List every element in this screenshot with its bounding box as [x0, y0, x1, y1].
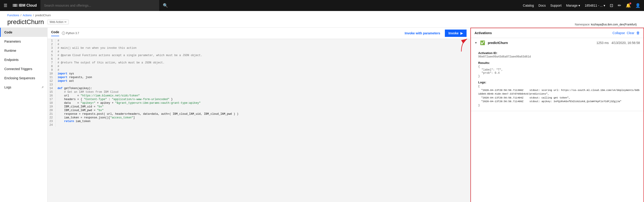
code-line: 12 import ast: [48, 79, 470, 83]
web-action-label: Web Action: [50, 20, 63, 24]
code-line: 14 def getToken(apikey):: [48, 86, 470, 90]
activation-row: ▼ ✅ predictChurn 1253 ms 4/13/2020, 16:5…: [471, 38, 644, 48]
results-value: { "label": "T", "prob": 0.4 }: [478, 65, 640, 78]
code-line: 20 IBM_cloud_IAM_pwd = "bx": [48, 109, 470, 112]
code-runtime-info: i Python 3.7: [62, 32, 79, 35]
screen-icon[interactable]: ⊡: [610, 3, 613, 8]
code-line: 4 #: [48, 50, 470, 54]
topnav: ☰ IBM Cloud 🔍 Catalog Docs Support Manag…: [0, 0, 644, 11]
ibm-icon: [13, 3, 17, 8]
svg-rect-3: [14, 4, 14, 7]
activation-item: ▼ ✅ predictChurn 1253 ms 4/13/2020, 16:5…: [471, 38, 644, 111]
sidebar-item-endpoints[interactable]: Endpoints: [0, 55, 47, 64]
sidebar-item-logs[interactable]: Logs ↗: [0, 83, 47, 92]
breadcrumb-functions[interactable]: Functions: [7, 14, 19, 17]
sidebar-item-enclosing-sequences-label: Enclosing Sequences: [4, 76, 35, 80]
invoke-with-params-button[interactable]: Invoke with parameters: [402, 30, 443, 37]
results-label: Results:: [478, 61, 640, 65]
activations-panel: Activations Collapse Clear 🗑 ▼ ✅ predict…: [470, 28, 644, 202]
catalog-link[interactable]: Catalog: [523, 4, 534, 7]
sidebar-item-runtime-label: Runtime: [4, 49, 16, 52]
code-line: 7 # @return The output of this action, w…: [48, 61, 470, 65]
manage-label: Manage: [566, 4, 578, 7]
activations-header: Activations Collapse Clear 🗑: [471, 28, 644, 38]
sidebar-item-parameters[interactable]: Parameters: [0, 37, 47, 46]
sidebar-item-runtime[interactable]: Runtime: [0, 46, 47, 55]
activation-expand-icon[interactable]: ▼: [474, 41, 477, 44]
code-line: 5 # @param Cloud Functions actions accep…: [48, 54, 470, 57]
sidebar-item-parameters-label: Parameters: [4, 40, 21, 43]
code-line: 9 #: [48, 68, 470, 72]
page-title-row: predictChurn Web Action ✏: [7, 18, 69, 26]
code-line: 8 #: [48, 65, 470, 68]
code-line: 10 import sys: [48, 72, 470, 76]
clear-button[interactable]: Clear: [627, 31, 634, 35]
support-link[interactable]: Support: [550, 4, 562, 7]
breadcrumb-sep-2: /: [33, 14, 34, 17]
code-line: 22 iam_token = response.json()["access_t…: [48, 116, 470, 120]
namespace-label: Namespace:: [575, 23, 590, 26]
code-line: 15 # Get an IAM token from IBM Cloud: [48, 90, 470, 94]
search-input[interactable]: [40, 0, 159, 11]
hamburger-icon[interactable]: ☰: [4, 3, 7, 8]
code-line: 6 #: [48, 57, 470, 61]
user-icon[interactable]: 👤: [635, 3, 640, 8]
invoke-label: Invoke: [448, 31, 458, 35]
svg-rect-1: [13, 5, 17, 6]
code-line: 19 IBM_cloud_IAM_uid = "bx": [48, 105, 470, 109]
activation-id-value: 96e072aee99a43d6a072aee99a63d61d: [478, 55, 640, 58]
info-icon: i: [62, 32, 65, 35]
notification-icon[interactable]: 🔔: [626, 3, 631, 8]
code-line: 23 return iam_token: [48, 120, 470, 123]
code-tab[interactable]: Code: [51, 30, 59, 36]
invoke-play-icon: ▶: [460, 31, 463, 35]
manage-link[interactable]: Manage ▾: [566, 4, 580, 7]
sidebar-item-code[interactable]: Code: [0, 28, 47, 37]
code-line: 18 data = "apikey=" + apikey + "&grant_t…: [48, 101, 470, 105]
code-line: 1 #: [48, 39, 470, 43]
web-action-icon: ✏: [64, 20, 67, 24]
sidebar-item-enclosing-sequences[interactable]: Enclosing Sequences: [0, 73, 47, 83]
main-content: Code i Python 3.7 Invoke with parameters…: [48, 28, 644, 202]
docs-link[interactable]: Docs: [538, 4, 546, 7]
code-editor[interactable]: 1 # 2 # 3 # main() will be run when you …: [48, 39, 470, 202]
code-line: 21 response = requests.post( url, header…: [48, 112, 470, 116]
code-line: 2 #: [48, 43, 470, 46]
activation-timestamp: 4/13/2020, 16:56:58: [611, 41, 640, 45]
main-layout: Code Parameters Runtime Endpoints Connec…: [0, 28, 644, 202]
activations-title: Activations: [474, 31, 612, 35]
sidebar-item-code-label: Code: [4, 31, 12, 34]
account-id[interactable]: 1854811 - ... ▾: [584, 4, 605, 7]
sidebar: Code Parameters Runtime Endpoints Connec…: [0, 28, 48, 202]
edit-icon[interactable]: ✏: [618, 3, 621, 8]
runtime-label: Python 3.7: [66, 32, 79, 35]
activation-id-label: Activation ID:: [478, 51, 640, 55]
invoke-button[interactable]: Invoke ▶: [445, 30, 466, 37]
breadcrumb-current: predictChurn: [35, 14, 51, 17]
svg-rect-4: [16, 4, 16, 7]
breadcrumb-actions[interactable]: Actions: [22, 14, 32, 17]
brand-name: IBM Cloud: [19, 4, 37, 8]
code-toolbar-right: Invoke with parameters Invoke ▶: [402, 30, 466, 37]
web-action-badge: Web Action ✏: [48, 20, 68, 24]
breadcrumb: Functions / Actions / predictChurn: [7, 14, 69, 17]
sidebar-item-logs-label: Logs: [4, 85, 11, 89]
collapse-button[interactable]: Collapse: [612, 31, 625, 35]
topnav-links: Catalog Docs Support Manage ▾ 1854811 - …: [523, 3, 640, 8]
sidebar-item-connected-triggers[interactable]: Connected Triggers: [0, 64, 47, 73]
code-line: 17 headers = { "Content-Type" : "applica…: [48, 97, 470, 101]
code-line: 13: [48, 83, 470, 86]
logs-label: Logs:: [478, 81, 640, 84]
sidebar-item-endpoints-label: Endpoints: [4, 58, 18, 62]
account-chevron-icon: ▾: [604, 4, 605, 7]
svg-rect-0: [13, 4, 17, 5]
search-icon[interactable]: 🔍: [163, 3, 168, 8]
delete-icon[interactable]: 🗑: [636, 31, 640, 35]
activation-success-icon: ✅: [480, 40, 485, 45]
code-line: 16 url = "https://iam.bluemix.net/oidc/t…: [48, 94, 470, 97]
page-header: Functions / Actions / predictChurn predi…: [0, 11, 644, 28]
external-link-icon: ↗: [41, 86, 44, 89]
manage-chevron-icon: ▾: [578, 4, 580, 7]
namespace-value: kozhaya@us.ibm.com_dev(Frankfurt): [591, 23, 637, 26]
activations-actions: Collapse Clear 🗑: [612, 31, 640, 35]
